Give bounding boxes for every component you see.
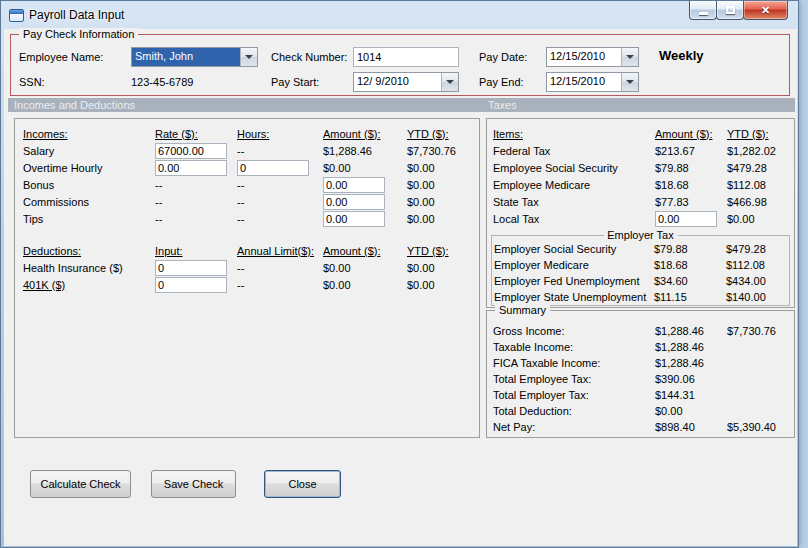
titlebar[interactable]: Payroll Data Input ✕ bbox=[1, 1, 798, 29]
overtime-hours-input[interactable] bbox=[237, 160, 309, 176]
income-rate: -- bbox=[155, 196, 237, 208]
pay-start-dropdown-icon[interactable] bbox=[441, 73, 458, 91]
summary-row-total-employee-tax: Total Employee Tax: $390.06 bbox=[487, 371, 794, 387]
ssn-label: SSN: bbox=[19, 76, 45, 88]
tax-row-federal: Federal Tax $213.67 $1,282.02 bbox=[487, 142, 794, 159]
minimize-button[interactable] bbox=[689, 1, 717, 20]
taxes-panel: Items: Amount ($): YTD ($): Federal Tax … bbox=[486, 118, 795, 308]
items-col-header: Items: bbox=[493, 128, 655, 140]
summary-amount: $0.00 bbox=[655, 405, 727, 417]
tax-ytd: $466.98 bbox=[727, 196, 794, 208]
income-ytd: $0.00 bbox=[407, 162, 479, 174]
tax-amount: $213.67 bbox=[655, 145, 727, 157]
deduction-label-401k: 401K ($) bbox=[23, 279, 155, 291]
close-button[interactable]: Close bbox=[264, 470, 341, 498]
summary-row-net-pay: Net Pay: $898.40 $5,390.40 bbox=[487, 419, 794, 435]
summary-group-title: Summary bbox=[495, 304, 550, 316]
salary-rate-input[interactable] bbox=[155, 143, 227, 159]
deduction-amount: $0.00 bbox=[323, 262, 407, 274]
tax-label: Employee Medicare bbox=[493, 179, 655, 191]
pay-date-value: 12/15/2010 bbox=[547, 48, 621, 66]
close-window-control[interactable]: ✕ bbox=[743, 1, 788, 20]
ytd-col-header: YTD ($): bbox=[407, 128, 479, 140]
income-rate: -- bbox=[155, 179, 237, 191]
deduction-ytd: $0.00 bbox=[407, 279, 479, 291]
summary-amount: $1,288.46 bbox=[655, 325, 727, 337]
incomes-header-row: Incomes: Rate ($): Hours: Amount ($): YT… bbox=[15, 125, 479, 142]
summary-group: Summary Gross Income: $1,288.46 $7,730.7… bbox=[486, 310, 795, 438]
ytd-col-header: YTD ($): bbox=[727, 128, 794, 140]
tax-label: Employer Fed Unemployment bbox=[494, 275, 654, 287]
tax-ytd: $479.28 bbox=[727, 162, 794, 174]
income-row-tips: Tips -- -- $0.00 bbox=[15, 210, 479, 227]
local-tax-input[interactable] bbox=[655, 211, 717, 227]
deduction-amount: $0.00 bbox=[323, 279, 407, 291]
pay-date-picker[interactable]: 12/15/2010 bbox=[546, 47, 639, 67]
chevron-down-icon bbox=[626, 55, 634, 59]
deduction-ytd: $0.00 bbox=[407, 262, 479, 274]
summary-amount: $1,288.46 bbox=[655, 357, 727, 369]
incomes-deductions-section-header: Incomes and Deductions bbox=[14, 98, 135, 112]
annual-limit-col-header: Annual Limit($): bbox=[237, 245, 323, 257]
summary-label: FICA Taxable Income: bbox=[493, 357, 655, 369]
deduction-annual-limit: -- bbox=[237, 262, 323, 274]
employee-name-dropdown-icon[interactable] bbox=[240, 48, 257, 66]
income-ytd: $0.00 bbox=[407, 196, 479, 208]
commissions-amount-input[interactable] bbox=[323, 194, 385, 210]
tax-ytd: $112.08 bbox=[726, 259, 789, 271]
pay-start-picker[interactable]: 12/ 9/2010 bbox=[353, 72, 459, 92]
tax-row-employer-fed-unemployment: Employer Fed Unemployment $34.60 $434.00 bbox=[492, 273, 789, 289]
tax-row-employer-medicare: Employer Medicare $18.68 $112.08 bbox=[492, 257, 789, 273]
summary-row-total-deduction: Total Deduction: $0.00 bbox=[487, 403, 794, 419]
rate-col-header: Rate ($): bbox=[155, 128, 237, 140]
taxes-header-row: Items: Amount ($): YTD ($): bbox=[487, 125, 794, 142]
income-row-salary: Salary -- $1,288.46 $7,730.76 bbox=[15, 142, 479, 159]
client-area: Pay Check Information Employee Name: Smi… bbox=[4, 29, 797, 546]
pay-end-dropdown-icon[interactable] bbox=[621, 73, 638, 91]
tax-amount: $18.68 bbox=[654, 259, 726, 271]
income-amount: $1,288.46 bbox=[323, 145, 407, 157]
tax-label: Employee Social Security bbox=[493, 162, 655, 174]
check-number-input[interactable] bbox=[353, 47, 459, 67]
employee-name-select[interactable]: Smith, John bbox=[131, 47, 258, 67]
summary-ytd: $5,390.40 bbox=[727, 421, 794, 433]
tax-row-employer-ss: Employer Social Security $79.88 $479.28 bbox=[492, 241, 789, 257]
tips-amount-input[interactable] bbox=[323, 211, 385, 227]
health-insurance-input[interactable] bbox=[155, 260, 227, 276]
calculate-check-button[interactable]: Calculate Check bbox=[30, 470, 131, 498]
maximize-button[interactable] bbox=[716, 1, 744, 20]
deductions-header-row: Deductions: Input: Annual Limit($): Amou… bbox=[15, 242, 479, 259]
pay-end-picker[interactable]: 12/15/2010 bbox=[546, 72, 639, 92]
paycheck-info-group: Pay Check Information Employee Name: Smi… bbox=[10, 34, 790, 96]
income-label: Overtime Hourly bbox=[23, 162, 155, 174]
income-rate: -- bbox=[155, 213, 237, 225]
tax-ytd: $0.00 bbox=[727, 213, 794, 225]
pay-start-label: Pay Start: bbox=[271, 76, 319, 88]
save-check-button[interactable]: Save Check bbox=[151, 470, 236, 498]
hours-col-header: Hours: bbox=[237, 128, 323, 140]
summary-label: Total Employee Tax: bbox=[493, 373, 655, 385]
tax-amount: $11.15 bbox=[654, 291, 726, 303]
summary-row-taxable-income: Taxable Income: $1,288.46 bbox=[487, 339, 794, 355]
pay-date-dropdown-icon[interactable] bbox=[621, 48, 638, 66]
income-row-bonus: Bonus -- -- $0.00 bbox=[15, 176, 479, 193]
tax-ytd: $140.00 bbox=[726, 291, 789, 303]
amount-col-header: Amount ($): bbox=[323, 245, 407, 257]
income-label: Bonus bbox=[23, 179, 155, 191]
summary-amount: $1,288.46 bbox=[655, 341, 727, 353]
income-hours: -- bbox=[237, 213, 323, 225]
401k-input[interactable] bbox=[155, 277, 227, 293]
summary-amount: $144.31 bbox=[655, 389, 727, 401]
overtime-rate-input[interactable] bbox=[155, 160, 227, 176]
tax-amount: $79.88 bbox=[655, 162, 727, 174]
income-label: Salary bbox=[23, 145, 155, 157]
amount-col-header: Amount ($): bbox=[323, 128, 407, 140]
paycheck-group-title: Pay Check Information bbox=[19, 28, 138, 40]
tax-label: Local Tax bbox=[493, 213, 655, 225]
pay-start-value: 12/ 9/2010 bbox=[354, 73, 441, 91]
bonus-amount-input[interactable] bbox=[323, 177, 385, 193]
pay-end-value: 12/15/2010 bbox=[547, 73, 621, 91]
tax-label: Federal Tax bbox=[493, 145, 655, 157]
tax-ytd: $112.08 bbox=[727, 179, 794, 191]
summary-row-total-employer-tax: Total Employer Tax: $144.31 bbox=[487, 387, 794, 403]
